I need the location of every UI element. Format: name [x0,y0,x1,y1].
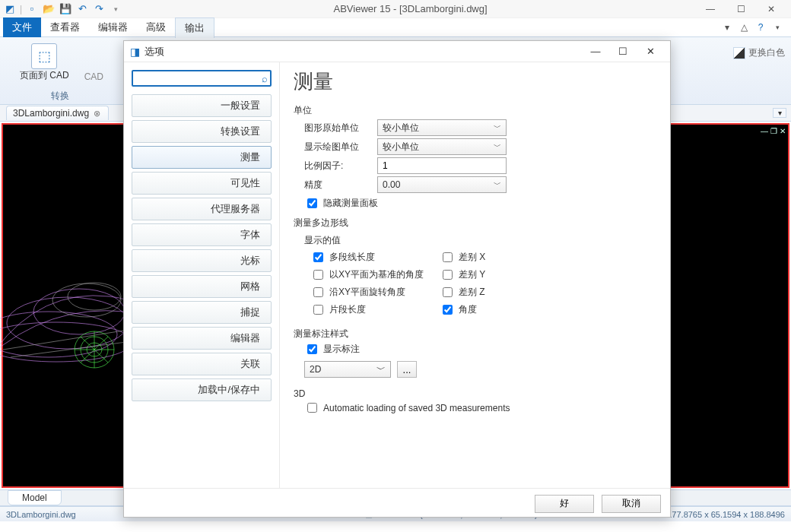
cb-diffz[interactable] [443,287,453,297]
window-title: ABViewer 15 - [3DLamborgini.dwg] [122,3,698,14]
group-dimstyle: 测量标注样式 [294,328,656,340]
sheet-tab-model[interactable]: Model [8,490,62,505]
ribbon-tab-viewer[interactable]: 查看器 [41,17,89,37]
ribbon-tab-file[interactable]: 文件 [3,17,41,37]
ok-button[interactable]: 好 [535,495,594,513]
ribbon-tabs: 文件 查看器 编辑器 高级 输出 ▾ △ ? ▾ [0,18,791,36]
ribbon-tab-editor[interactable]: 编辑器 [89,17,137,37]
help-icon[interactable]: ? [754,21,767,33]
new-file-icon[interactable]: ▫ [25,2,39,16]
select-dim-style[interactable]: 2D﹀ [304,361,391,378]
nav-editor[interactable]: 编辑器 [132,327,272,350]
nav-general[interactable]: 一般设置 [132,94,272,117]
document-tab-close-icon[interactable]: ⊗ [94,109,100,119]
swap-white-label[interactable]: 更换白色 [748,46,785,59]
sub-shown-values: 显示的值 [294,234,656,247]
checkbox-hide-panel[interactable] [307,198,317,208]
palette-fragment: 更换白色 [727,43,791,62]
group-units: 单位 [294,104,656,117]
nav-cursor[interactable]: 光标 [132,249,272,272]
page-to-cad-button[interactable]: ⬚ 页面到 CAD [17,42,72,82]
nav-visibility[interactable]: 可见性 [132,172,272,195]
app-icon[interactable]: ◩ [3,2,17,16]
dialog-close-button[interactable]: ✕ [637,46,664,57]
chevron-down-icon: ﹀ [376,363,386,376]
ribbon-tab-advanced[interactable]: 高级 [137,17,175,37]
chevron-down-icon: ﹀ [494,122,501,133]
label-disp-units: 显示绘图单位 [304,141,370,154]
page-heading: 测量 [294,68,656,95]
window-controls: — ☐ ✕ [698,2,788,17]
group-3d: 3D [294,388,656,399]
cancel-button[interactable]: 取消 [602,495,661,513]
nav-grid[interactable]: 网格 [132,275,272,298]
search-icon[interactable]: ⌕ [262,73,268,84]
options-search[interactable]: ⌕ [132,70,272,87]
vp-min-icon[interactable]: — [761,127,768,135]
input-scale[interactable] [377,157,507,174]
options-search-input[interactable] [135,72,262,84]
close-button[interactable]: ✕ [759,2,783,17]
select-orig-units[interactable]: 较小单位﹀ [377,119,507,136]
dialog-main: 测量 单位 图形原始单位 较小单位﹀ 显示绘图单位 较小单位﹀ 比例因子: [280,62,670,488]
dialog-icon: ◨ [130,46,140,58]
undo-icon[interactable]: ↶ [75,2,89,16]
options-dialog: ◨ 选项 — ☐ ✕ ⌕ 一般设置 转换设置 测量 可见性 代理服务器 字体 光… [123,40,671,518]
ribbon-file-menu-icon[interactable]: ▾ [721,21,733,33]
swap-white-icon[interactable] [733,47,745,59]
cb-diffx[interactable] [443,252,453,262]
cad-label: CAD [84,44,103,82]
status-filename: 3DLamborgini.dwg [6,510,76,519]
titlebar: ◩ | ▫ 📂 💾 ↶ ↷ ▾ ABViewer 15 - [3DLamborg… [0,0,791,18]
cb-angle[interactable] [443,305,453,315]
ribbon-group-convert: ⬚ 页面到 CAD CAD 转换 [8,42,113,103]
nav-proxy[interactable]: 代理服务器 [132,198,272,220]
cb-showdim[interactable] [307,344,317,354]
ribbon-group-label: 转换 [51,88,69,103]
cb-xyang[interactable] [313,270,323,280]
document-tab-label: 3DLamborgini.dwg [13,108,89,119]
cb-auto3d[interactable] [307,403,317,413]
page-to-cad-icon: ⬚ [31,43,57,69]
nav-convert[interactable]: 转换设置 [132,120,272,143]
ribbon-tab-output[interactable]: 输出 [175,17,214,38]
dialog-titlebar: ◨ 选项 — ☐ ✕ [124,41,670,62]
collapse-ribbon-icon[interactable]: △ [738,21,750,33]
qat-more-icon[interactable]: ▾ [109,2,122,16]
quick-access-toolbar: ◩ | ▫ 📂 💾 ↶ ↷ ▾ [3,2,122,16]
ribbon-right-tools: ▾ △ ? ▾ [721,21,791,33]
nav-snap[interactable]: 捕捉 [132,301,272,324]
select-precision[interactable]: 0.00﹀ [377,176,507,193]
dialog-minimize-button[interactable]: — [582,46,609,57]
dialog-sidebar: ⌕ 一般设置 转换设置 测量 可见性 代理服务器 字体 光标 网格 捕捉 编辑器… [124,62,280,488]
dialog-title: 选项 [145,45,164,59]
minimize-button[interactable]: — [698,2,723,17]
dialog-maximize-button[interactable]: ☐ [609,46,637,57]
open-file-icon[interactable]: 📂 [42,2,56,16]
label-scale: 比例因子: [304,160,370,173]
nav-load-save[interactable]: 加载中/保存中 [132,378,272,401]
cb-seglen[interactable] [313,305,323,315]
redo-icon[interactable]: ↷ [92,2,106,16]
nav-font[interactable]: 字体 [132,223,272,246]
help-dropdown-icon[interactable]: ▾ [771,21,783,33]
cb-polylen[interactable] [313,252,323,262]
vp-rest-icon[interactable]: ❐ [770,127,777,135]
document-tabs-overflow[interactable]: ▾ [773,108,786,118]
nav-measure[interactable]: 测量 [132,146,272,169]
dialog-footer: 好 取消 [124,488,670,518]
nav-associate[interactable]: 关联 [132,353,272,375]
status-dims: 177.8765 x 65.1594 x 188.8496 [667,510,785,519]
maximize-button[interactable]: ☐ [729,2,753,17]
checkbox-hide-panel-label: 隐藏测量面板 [323,197,378,210]
select-disp-units[interactable]: 较小单位﹀ [377,138,507,155]
cb-xyrot[interactable] [313,287,323,297]
vp-close-icon[interactable]: ✕ [780,127,786,135]
chevron-down-icon: ﹀ [494,141,501,152]
label-orig-units: 图形原始单位 [304,122,370,135]
svg-point-2 [7,297,129,349]
save-file-icon[interactable]: 💾 [59,2,72,16]
document-tab[interactable]: 3DLamborgini.dwg ⊗ [6,106,109,120]
cb-diffy[interactable] [443,270,453,280]
dim-style-more-button[interactable]: ... [397,361,417,378]
